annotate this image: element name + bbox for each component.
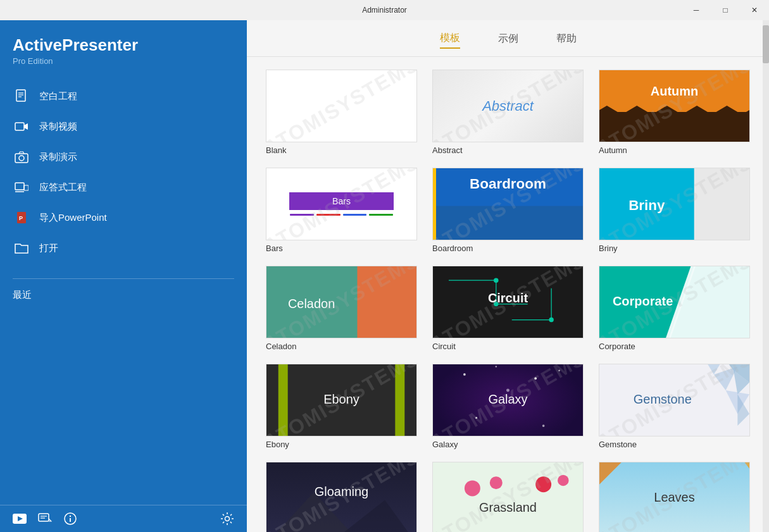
folder-icon	[13, 239, 30, 257]
sidebar-bottom	[0, 505, 247, 532]
tab-examples[interactable]: 示例	[498, 30, 518, 48]
maximize-button[interactable]: □	[711, 0, 740, 20]
scrollbar-thumb[interactable]	[763, 25, 769, 63]
galaxy-svg: Galaxy	[433, 364, 583, 436]
template-gloaming[interactable]: Gloaming ATOMISYSTEMS Gloaming	[266, 462, 417, 532]
svg-point-72	[465, 480, 480, 496]
svg-rect-4	[15, 123, 24, 130]
svg-text:Galaxy: Galaxy	[488, 392, 527, 406]
svg-rect-8	[15, 183, 24, 190]
template-blank[interactable]: ATOMISYSTEMS Blank	[266, 70, 417, 155]
autumn-bottom	[599, 112, 749, 142]
svg-point-51	[463, 373, 466, 376]
template-thumb-briny: Briny ATOMISYSTEMS	[599, 168, 750, 240]
svg-marker-5	[24, 123, 28, 130]
video-icon	[13, 118, 30, 135]
youtube-icon[interactable]	[13, 512, 27, 526]
corporate-svg: Corporate	[599, 266, 749, 338]
bars-lines	[282, 214, 402, 216]
template-thumb-bars: Bars ATOMISYSTEMS	[266, 168, 417, 240]
template-thumb-gemstone: Gemstone ATOMISYSTEMS	[599, 364, 750, 436]
template-thumb-galaxy: Galaxy ATOMISYSTEMS	[432, 364, 584, 436]
template-label-blank: Blank	[266, 145, 417, 155]
scrollbar-track	[763, 20, 769, 532]
bar-red	[316, 214, 341, 216]
tab-help[interactable]: 帮助	[556, 30, 577, 48]
template-galaxy[interactable]: Galaxy ATOMISYSTEMS Galaxy	[432, 364, 584, 449]
tab-templates[interactable]: 模板	[440, 29, 460, 49]
sidebar-item-responsive[interactable]: 应答式工程	[0, 172, 247, 202]
sidebar-item-record-demo[interactable]: 录制演示	[0, 142, 247, 172]
app-title: ActivePresenter	[13, 35, 234, 55]
svg-text:Gemstone: Gemstone	[634, 392, 692, 406]
template-leaves[interactable]: Leaves ATOMISYSTEMS Leaves	[599, 462, 750, 532]
template-label-gemstone: Gemstone	[599, 440, 750, 449]
svg-point-38	[494, 278, 498, 282]
sidebar-label-record-video: 录制视频	[39, 121, 77, 133]
feedback-icon[interactable]	[38, 512, 52, 526]
abstract-text: Abstract	[482, 98, 534, 114]
template-thumb-leaves: Leaves ATOMISYSTEMS	[599, 462, 750, 532]
sidebar-menu: 空白工程 录制视频	[0, 71, 247, 273]
svg-text:Circuit: Circuit	[488, 291, 528, 305]
close-button[interactable]: ✕	[740, 0, 769, 20]
svg-point-40	[549, 318, 553, 322]
template-bars[interactable]: Bars ATOMISYSTEMS Bars	[266, 168, 417, 253]
sidebar-item-record-video[interactable]: 录制视频	[0, 111, 247, 142]
svg-text:Leaves: Leaves	[654, 490, 694, 504]
svg-point-75	[558, 475, 568, 486]
template-boardroom[interactable]: Boardroom ATOMISYSTEMS Boardroom	[432, 168, 584, 253]
bar-green	[369, 214, 393, 216]
svg-point-20	[70, 516, 71, 517]
svg-text:Briny: Briny	[628, 197, 665, 213]
templates-grid: ATOMISYSTEMS Blank Abstract ATOMISYSTEMS…	[266, 70, 750, 532]
svg-point-54	[558, 369, 560, 371]
powerpoint-icon: P	[13, 209, 30, 226]
template-circuit[interactable]: Circuit ATOMISYSTEMS Circuit	[432, 266, 584, 351]
sidebar-item-open[interactable]: 打开	[0, 233, 247, 263]
template-thumb-corporate: Corporate ATOMISYSTEMS	[599, 266, 750, 338]
sidebar-item-import-ppt[interactable]: P 导入PowerPoint	[0, 202, 247, 233]
ebony-svg: Ebony	[266, 364, 416, 436]
template-thumb-circuit: Circuit ATOMISYSTEMS	[432, 266, 584, 338]
template-thumb-celadon: Celadon ATOMISYSTEMS	[266, 266, 417, 338]
celadon-svg: Celadon	[266, 266, 416, 338]
template-corporate[interactable]: Corporate ATOMISYSTEMS Corporate	[599, 266, 750, 351]
svg-point-57	[506, 388, 510, 392]
template-label-ebony: Ebony	[266, 440, 417, 449]
template-celadon[interactable]: Celadon ATOMISYSTEMS Celadon	[266, 266, 417, 351]
template-gemstone[interactable]: Gemstone ATOMISYSTEMS Gemstone	[599, 364, 750, 449]
info-icon[interactable]	[63, 512, 77, 526]
sidebar-header: ActivePresenter Pro Edition	[0, 20, 247, 71]
svg-point-74	[535, 476, 551, 492]
template-label-abstract: Abstract	[432, 145, 584, 155]
main-layout: ActivePresenter Pro Edition 空白工程	[0, 20, 769, 532]
template-label-bars: Bars	[266, 244, 417, 253]
sidebar-label-record-demo: 录制演示	[39, 151, 77, 163]
sidebar-item-blank[interactable]: 空白工程	[0, 81, 247, 111]
sidebar-recent: 最近	[0, 284, 247, 306]
grassland-svg: Grassland	[433, 462, 583, 532]
svg-text:Corporate: Corporate	[613, 294, 673, 308]
content-area: 模板 示例 帮助 ATOMISYSTEMS Blank Abstract AT	[247, 20, 769, 532]
leaves-svg: Leaves	[599, 462, 749, 532]
responsive-icon	[13, 178, 30, 196]
svg-rect-6	[15, 154, 28, 163]
svg-text:Ebony: Ebony	[323, 392, 359, 406]
template-abstract[interactable]: Abstract ATOMISYSTEMS Abstract	[432, 70, 584, 155]
template-grassland[interactable]: Grassland ATOMISYSTEMS Grassland	[432, 462, 584, 532]
sidebar-label-blank: 空白工程	[39, 90, 77, 102]
template-label-briny: Briny	[599, 244, 750, 253]
tab-bar: 模板 示例 帮助	[247, 20, 769, 57]
template-briny[interactable]: Briny ATOMISYSTEMS Briny	[599, 168, 750, 253]
template-label-autumn: Autumn	[599, 145, 750, 155]
template-ebony[interactable]: Ebony ATOMISYSTEMS Ebony	[266, 364, 417, 449]
template-label-corporate: Corporate	[599, 342, 750, 351]
svg-rect-47	[278, 364, 288, 436]
svg-point-73	[490, 476, 503, 489]
title-bar: Administrator ─ □ ✕	[0, 0, 769, 20]
settings-icon[interactable]	[220, 512, 234, 526]
template-autumn[interactable]: Autumn ATOMISYSTEMS Autumn	[599, 70, 750, 155]
minimize-button[interactable]: ─	[682, 0, 711, 20]
template-label-galaxy: Galaxy	[432, 440, 584, 449]
